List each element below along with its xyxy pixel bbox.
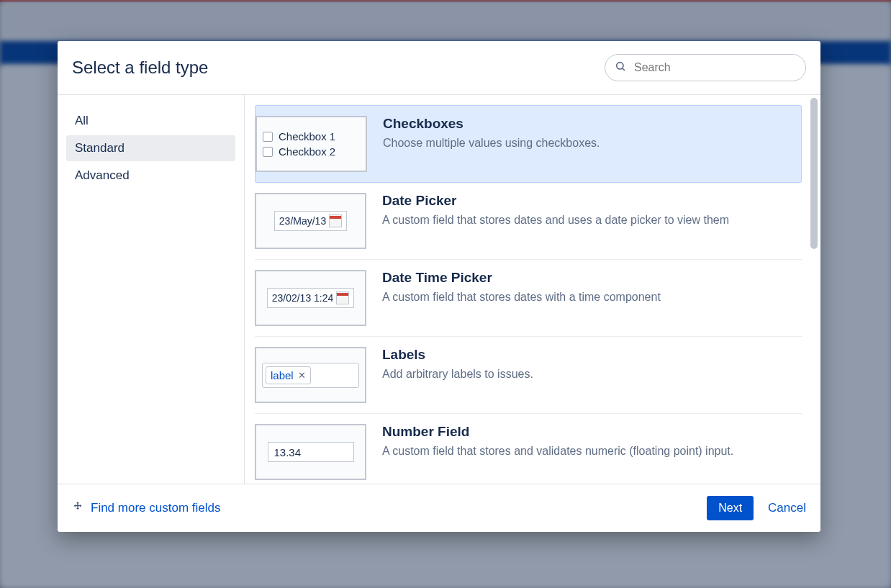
field-title: Number Field <box>382 424 733 440</box>
search-icon <box>615 60 626 75</box>
svg-line-1 <box>623 68 625 71</box>
thumb-text: 13.34 <box>274 446 302 458</box>
field-description: A custom field that stores dates with a … <box>382 289 661 305</box>
field-type-content: Checkbox 1 Checkbox 2 Checkboxes Choose … <box>245 95 820 484</box>
field-title: Labels <box>382 347 533 363</box>
thumb-text: Checkbox 2 <box>279 145 335 158</box>
field-type-checkboxes[interactable]: Checkbox 1 Checkbox 2 Checkboxes Choose … <box>255 105 802 183</box>
thumb-date: 23/May/13 <box>255 193 366 249</box>
calendar-icon <box>329 214 342 227</box>
thumb-number: 13.34 <box>255 424 366 480</box>
sidebar-item-label: Standard <box>75 141 125 155</box>
modal-header: Select a field type <box>58 41 820 95</box>
search-input[interactable] <box>605 54 806 81</box>
label-chip: label ✕ <box>266 366 311 384</box>
svg-point-0 <box>617 63 623 69</box>
field-description: A custom field that stores and validates… <box>382 443 733 459</box>
thumb-text: 23/02/13 1:24 <box>272 292 334 304</box>
cancel-button[interactable]: Cancel <box>768 501 806 515</box>
select-field-type-modal: Select a field type All Standard Advance… <box>58 41 820 532</box>
field-type-date-picker[interactable]: 23/May/13 Date Picker A custom field tha… <box>255 183 802 260</box>
field-description: Choose multiple values using checkboxes. <box>383 135 600 151</box>
thumb-text: Checkbox 1 <box>279 130 335 143</box>
find-more-label: Find more custom fields <box>91 501 220 515</box>
checkbox-icon <box>263 147 273 157</box>
field-description: Add arbitrary labels to issues. <box>382 366 533 382</box>
modal-footer: Find more custom fields Next Cancel <box>58 484 820 532</box>
field-type-number[interactable]: 13.34 Number Field A custom field that s… <box>255 414 802 484</box>
search-wrap <box>605 54 806 81</box>
scroll-thumb[interactable] <box>810 98 818 249</box>
field-type-labels[interactable]: label ✕ Labels Add arbitrary labels to i… <box>255 337 802 414</box>
field-title: Date Picker <box>382 193 729 209</box>
sidebar-item-label: Advanced <box>75 168 130 182</box>
checkbox-icon <box>263 132 273 142</box>
field-title: Checkboxes <box>383 116 600 132</box>
thumb-text: 23/May/13 <box>279 215 326 227</box>
field-description: A custom field that stores dates and use… <box>382 212 729 228</box>
sidebar: All Standard Advanced <box>58 95 245 484</box>
scrollbar[interactable] <box>810 98 818 481</box>
thumb-text: label <box>271 369 294 381</box>
sidebar-item-all[interactable]: All <box>66 108 235 134</box>
remove-icon: ✕ <box>298 370 306 381</box>
field-type-date-time-picker[interactable]: 23/02/13 1:24 Date Time Picker A custom … <box>255 260 802 337</box>
thumb-checkboxes: Checkbox 1 Checkbox 2 <box>255 116 367 172</box>
plugin-icon <box>72 500 83 517</box>
thumb-datetime: 23/02/13 1:24 <box>255 270 366 326</box>
sidebar-item-label: All <box>75 114 89 127</box>
modal-title: Select a field type <box>72 58 208 78</box>
field-type-list[interactable]: Checkbox 1 Checkbox 2 Checkboxes Choose … <box>255 105 820 484</box>
sidebar-item-advanced[interactable]: Advanced <box>66 163 235 189</box>
sidebar-item-standard[interactable]: Standard <box>66 135 235 161</box>
find-more-custom-fields-link[interactable]: Find more custom fields <box>72 500 220 517</box>
field-title: Date Time Picker <box>382 270 661 286</box>
thumb-labels: label ✕ <box>255 347 366 403</box>
next-button[interactable]: Next <box>707 496 754 520</box>
calendar-icon <box>336 291 349 304</box>
